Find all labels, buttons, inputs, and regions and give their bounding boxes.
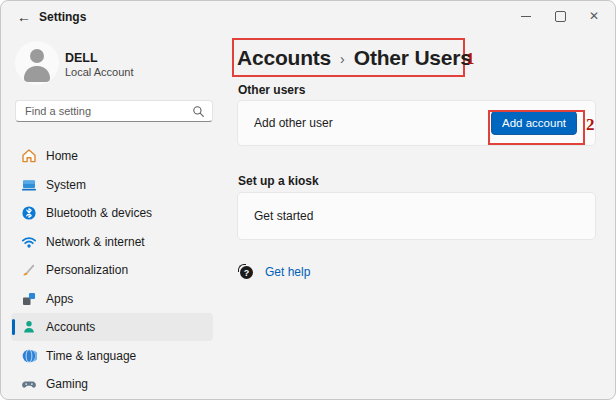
app-title: Settings xyxy=(39,10,86,24)
add-account-button[interactable]: Add account xyxy=(491,111,577,135)
settings-window: ← Settings ✕ DELL Local Account Home xyxy=(0,0,616,400)
sidebar: Home System Bluetooth & devices Net xyxy=(11,142,213,399)
home-icon xyxy=(21,148,37,164)
avatar xyxy=(15,41,59,85)
minimize-icon xyxy=(521,16,531,17)
sidebar-item-label: Apps xyxy=(46,292,73,306)
search-input[interactable] xyxy=(16,101,195,121)
sidebar-item-apps[interactable]: Apps xyxy=(11,285,213,313)
minimize-button[interactable] xyxy=(509,5,543,27)
sidebar-item-bluetooth-devices[interactable]: Bluetooth & devices xyxy=(11,199,213,227)
sidebar-item-time-language[interactable]: Time & language xyxy=(11,342,213,370)
sidebar-item-label: Network & internet xyxy=(46,235,145,249)
sidebar-item-accounts[interactable]: Accounts xyxy=(11,313,213,341)
section-heading-kiosk: Set up a kiosk xyxy=(238,174,319,188)
add-other-user-row: Add other user Add account xyxy=(237,100,596,146)
sidebar-item-label: System xyxy=(46,178,86,192)
close-button[interactable]: ✕ xyxy=(577,5,611,27)
get-help-link[interactable]: ? Get help xyxy=(238,264,310,280)
annotation-box-1: Accounts › Other Users xyxy=(232,38,465,77)
back-button[interactable]: ← xyxy=(13,6,35,28)
bluetooth-icon xyxy=(21,205,37,221)
sidebar-item-label: Home xyxy=(46,149,78,163)
sidebar-item-label: Personalization xyxy=(46,263,128,277)
maximize-button[interactable] xyxy=(543,5,577,27)
sidebar-item-system[interactable]: System xyxy=(11,171,213,199)
sidebar-item-label: Gaming xyxy=(46,377,88,391)
sidebar-item-label: Time & language xyxy=(46,349,136,363)
profile-account-type: Local Account xyxy=(65,66,134,78)
breadcrumb-parent[interactable]: Accounts xyxy=(237,46,331,70)
personalization-brush-icon xyxy=(21,262,37,278)
gaming-controller-icon xyxy=(21,376,37,392)
sidebar-item-network-internet[interactable]: Network & internet xyxy=(11,228,213,256)
profile-name: DELL xyxy=(65,51,98,65)
system-icon xyxy=(21,177,37,193)
search-icon xyxy=(192,105,205,118)
page-title: Other Users xyxy=(354,46,472,70)
back-arrow-icon: ← xyxy=(17,9,31,25)
accounts-person-icon xyxy=(21,319,37,335)
breadcrumb: Accounts › Other Users xyxy=(234,46,472,70)
apps-icon xyxy=(21,291,37,307)
avatar-person-icon xyxy=(30,49,44,63)
maximize-icon xyxy=(555,11,566,22)
window-controls: ✕ xyxy=(509,5,611,27)
sidebar-item-home[interactable]: Home xyxy=(11,142,213,170)
get-started-label: Get started xyxy=(254,209,313,223)
add-other-user-label: Add other user xyxy=(254,116,333,130)
time-language-globe-icon xyxy=(21,348,37,364)
sidebar-item-personalization[interactable]: Personalization xyxy=(11,256,213,284)
annotation-label-1: 1 xyxy=(466,49,475,69)
search-box xyxy=(15,100,213,122)
get-help-label: Get help xyxy=(265,265,310,279)
help-question-icon: ? xyxy=(238,264,254,280)
annotation-label-2: 2 xyxy=(586,115,595,135)
close-icon: ✕ xyxy=(589,10,599,22)
network-wifi-icon xyxy=(21,234,37,250)
sidebar-item-gaming[interactable]: Gaming xyxy=(11,370,213,398)
sidebar-item-label: Accounts xyxy=(46,320,95,334)
kiosk-get-started-row[interactable]: Get started xyxy=(237,192,596,240)
chevron-right-icon: › xyxy=(340,51,345,67)
section-heading-other-users: Other users xyxy=(238,83,305,97)
sidebar-item-label: Bluetooth & devices xyxy=(46,206,152,220)
